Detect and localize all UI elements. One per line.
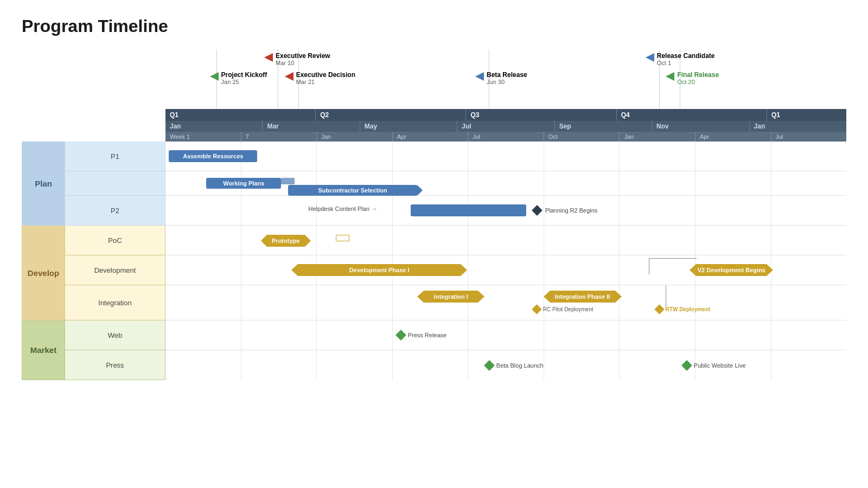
page-title: Program Timeline: [22, 16, 846, 36]
subcontractor-bar: Subcontractor Selection: [288, 185, 417, 196]
prototype-bar: Prototype: [261, 235, 311, 247]
rc-flag-icon: [646, 53, 654, 62]
jan-w: Jan: [317, 132, 393, 142]
quarter-row: Q1 Q2 Q3 Q4 Q1: [165, 109, 846, 121]
dev-to-v2-vline: [649, 258, 649, 274]
kickoff-date: Jan 25: [221, 79, 267, 85]
int2-right: [615, 291, 622, 303]
dev-phase-bar: Development Phase I: [291, 264, 467, 276]
prototype-body: Prototype: [267, 235, 305, 247]
press-row: Beta Blog Launch Public Website Live: [165, 350, 846, 380]
oct-w: Oct: [544, 132, 620, 142]
assemble-resources-bar: Assemble Resources: [169, 150, 257, 162]
jul-header: Jul: [457, 121, 554, 132]
rc-pilot-diamond: [532, 304, 541, 314]
public-website-diamond: [681, 360, 692, 371]
final-date: Oct 20: [677, 79, 719, 85]
row-labels: Plan P1 P2 Develop PoC Development Integ…: [22, 142, 165, 380]
mar-header: Mar: [263, 121, 360, 132]
kickoff-title: Project Kickoff: [221, 71, 267, 79]
gantt-body: Plan P1 P2 Develop PoC Development Integ…: [22, 142, 846, 380]
develop-group-label: Develop: [22, 226, 65, 320]
press-release-marker: Press Release: [397, 331, 447, 339]
development-label: Development: [65, 255, 165, 285]
month-row: Jan Mar May Jul Sep Nov Jan: [165, 121, 846, 132]
rtw-diamond: [654, 304, 664, 314]
int2-left: [544, 291, 550, 303]
dev-right-arrow: [461, 264, 467, 276]
week-row: Week 1 7 Jan Apr Jul Oct Jan Apr Jul: [165, 132, 846, 142]
final-title: Final Release: [677, 71, 719, 79]
web-row: Press Release: [165, 320, 846, 350]
exec-review-flag-icon: [264, 53, 273, 62]
integration-label: Integration: [65, 285, 165, 320]
prototype-ext: [336, 235, 349, 241]
dev-to-v2-hline: [649, 258, 697, 259]
dev-phase-label: Development Phase I: [349, 267, 410, 273]
int1-body: Integration I: [424, 291, 478, 303]
exec-decision-flag-icon: [285, 72, 293, 81]
p1-row: Assemble Resources: [165, 142, 846, 171]
q2-header: Q2: [316, 109, 466, 121]
planning-r2-diamond: [532, 205, 542, 216]
planning-r2-label: Planning R2 Begins: [545, 207, 598, 214]
integration-i-bar: Integration I: [417, 291, 484, 303]
kickoff-flag-icon: [210, 72, 219, 81]
jan2-w: Jan: [620, 132, 695, 142]
v2-left-arrow: [690, 264, 696, 276]
rtw-label: RTW Deployment: [666, 306, 711, 312]
press-release-label: Press Release: [408, 332, 447, 338]
integration-row: Integration I Integration Phase II RC Pi…: [165, 285, 846, 320]
q4-header: Q4: [617, 109, 767, 121]
working-plans-bar: Working Plans: [206, 178, 281, 189]
dev-left-arrow: [291, 264, 298, 276]
assemble-resources-label: Assemble Resources: [183, 153, 243, 159]
jan2-header: Jan: [750, 121, 846, 132]
press-release-diamond: [395, 330, 406, 341]
v2-body: V2 Development Begins: [696, 264, 767, 276]
q3-header: Q3: [466, 109, 616, 121]
press-label: Press: [65, 350, 165, 380]
plan-group-rows: Plan P1 P2: [22, 142, 165, 226]
p2-row: Helpdesk Content Plan → Planning R2 Begi…: [165, 196, 846, 226]
public-website-marker: Public Website Live: [683, 362, 746, 369]
exec-review-title: Executive Review: [276, 52, 330, 60]
milestone-beta-release: Beta Release Jun 30: [475, 71, 527, 85]
rc-pilot-label: RC Pilot Deployment: [543, 306, 593, 312]
rc-pilot-marker: RC Pilot Deployment: [533, 306, 593, 313]
subcontractor-label: Subcontractor Selection: [318, 187, 387, 194]
int2-body: Integration Phase II: [550, 291, 615, 303]
exec-decision-title: Executive Decision: [296, 71, 355, 79]
milestone-project-kickoff: Project Kickoff Jan 25: [210, 71, 267, 85]
timeline-container: Project Kickoff Jan 25 Executive Review …: [22, 49, 846, 380]
planning-r2-marker: Planning R2 Begins: [533, 207, 598, 214]
rc-title: Release Candidate: [657, 52, 715, 60]
int-connector-v: [666, 285, 666, 307]
exec-review-date: Mar 10: [276, 60, 330, 66]
sep-header: Sep: [555, 121, 652, 132]
week1-header: Week 1: [165, 132, 241, 142]
development-row: Development Phase I V2 Development Begin…: [165, 255, 846, 285]
dev-body: Development Phase I: [298, 264, 461, 276]
web-label: Web: [65, 320, 165, 350]
beta-blog-label: Beta Blog Launch: [496, 362, 544, 369]
q1-header: Q1: [165, 109, 316, 121]
helpdesk-label: Helpdesk Content Plan →: [309, 206, 378, 212]
jul-w: Jul: [468, 132, 544, 142]
develop-sub-rows: PoC Development Integration: [65, 226, 165, 320]
market-sub-rows: Web Press: [65, 320, 165, 380]
milestones-area: Project Kickoff Jan 25 Executive Review …: [165, 49, 846, 109]
p2-label: P2: [65, 196, 165, 226]
milestone-executive-decision: Executive Decision Mar 21: [285, 71, 355, 85]
final-flag-icon: [666, 72, 674, 81]
int1-label: Integration I: [434, 293, 468, 300]
beta-blog-marker: Beta Blog Launch: [486, 362, 544, 369]
may-header: May: [360, 121, 457, 132]
beta-title: Beta Release: [487, 71, 527, 79]
rc-date: Oct 1: [657, 60, 715, 66]
prototype-right-arrow: [305, 235, 311, 247]
public-website-label: Public Website Live: [694, 362, 746, 369]
market-group-rows: Market Web Press: [22, 320, 165, 380]
int1-right: [478, 291, 484, 303]
jul2-w: Jul: [771, 132, 847, 142]
